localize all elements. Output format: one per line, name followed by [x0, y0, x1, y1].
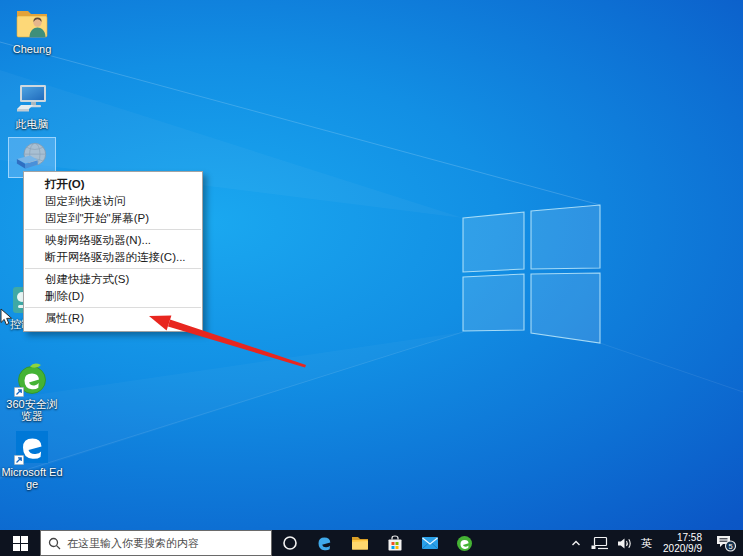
windows-logo-icon [13, 536, 28, 551]
chevron-up-icon [570, 537, 582, 549]
search-input[interactable] [67, 537, 264, 549]
360-browser-icon [456, 535, 473, 552]
cortana-button[interactable] [272, 530, 307, 556]
taskbar-search-box[interactable] [40, 530, 272, 556]
tray-volume-button[interactable] [617, 530, 632, 556]
desktop-icon-360-browser[interactable]: 360安全浏览器 [0, 362, 64, 422]
speaker-icon [617, 537, 632, 550]
edge-icon [316, 534, 334, 552]
desktop-icon-edge[interactable]: Microsoft Edge [0, 430, 64, 490]
user-folder-icon [15, 7, 49, 41]
shortcut-arrow-badge [14, 455, 24, 465]
menu-separator [25, 229, 201, 230]
file-explorer-button[interactable] [342, 530, 377, 556]
menu-item-pin-to-quick-access[interactable]: 固定到快速访问 [24, 193, 202, 210]
notification-count-badge: 5 [728, 542, 732, 551]
desktop-icon-label: Cheung [13, 43, 52, 55]
menu-separator [25, 307, 201, 308]
tray-show-hidden-icons-button[interactable] [570, 530, 582, 556]
file-explorer-icon [351, 535, 369, 551]
edge-icon [15, 430, 49, 464]
start-button[interactable] [0, 530, 40, 556]
desktop-icon-this-pc[interactable]: 此电脑 [0, 82, 64, 130]
cortana-icon [282, 535, 298, 551]
taskbar-360-browser-button[interactable] [447, 530, 482, 556]
desktop: Cheung 此电脑 [0, 0, 743, 530]
menu-item-pin-to-start[interactable]: 固定到"开始"屏幕(P) [24, 210, 202, 227]
notification-icon: 5 [715, 533, 737, 553]
tray-network-button[interactable] [591, 530, 608, 556]
context-menu: 打开(O) 固定到快速访问 固定到"开始"屏幕(P) 映射网络驱动器(N)...… [23, 171, 203, 332]
menu-separator [25, 268, 201, 269]
clock-time: 17:58 [663, 532, 702, 543]
menu-item-properties[interactable]: 属性(R) [24, 310, 202, 327]
desktop-icon-label: 此电脑 [16, 118, 49, 130]
tray-ime-indicator[interactable]: 英 [641, 530, 652, 556]
menu-item-delete[interactable]: 删除(D) [24, 288, 202, 305]
tray-clock[interactable]: 17:58 2020/9/9 [661, 532, 704, 554]
action-center-button[interactable]: 5 [713, 530, 739, 556]
microsoft-store-button[interactable] [377, 530, 412, 556]
desktop-icon-label: 360安全浏览器 [1, 398, 63, 422]
mail-icon [421, 536, 439, 550]
menu-item-map-network-drive[interactable]: 映射网络驱动器(N)... [24, 232, 202, 249]
desktop-icon-network[interactable] [0, 140, 64, 174]
taskbar: 英 17:58 2020/9/9 5 [0, 530, 743, 556]
menu-item-disconnect-network-drive[interactable]: 断开网络驱动器的连接(C)... [24, 249, 202, 266]
taskbar-edge-button[interactable] [307, 530, 342, 556]
this-pc-icon [15, 82, 49, 116]
clock-date: 2020/9/9 [663, 543, 702, 554]
microsoft-store-icon [387, 535, 403, 552]
network-icon [15, 140, 49, 174]
menu-item-create-shortcut[interactable]: 创建快捷方式(S) [24, 271, 202, 288]
shortcut-arrow-badge [14, 387, 24, 397]
network-ethernet-icon [591, 536, 608, 550]
desktop-icon-label: Microsoft Edge [1, 466, 63, 490]
system-tray: 英 17:58 2020/9/9 5 [570, 530, 743, 556]
desktop-icon-user-folder[interactable]: Cheung [0, 7, 64, 55]
search-icon [48, 537, 61, 550]
menu-item-open[interactable]: 打开(O) [24, 176, 202, 193]
mail-button[interactable] [412, 530, 447, 556]
360-browser-icon [15, 362, 49, 396]
